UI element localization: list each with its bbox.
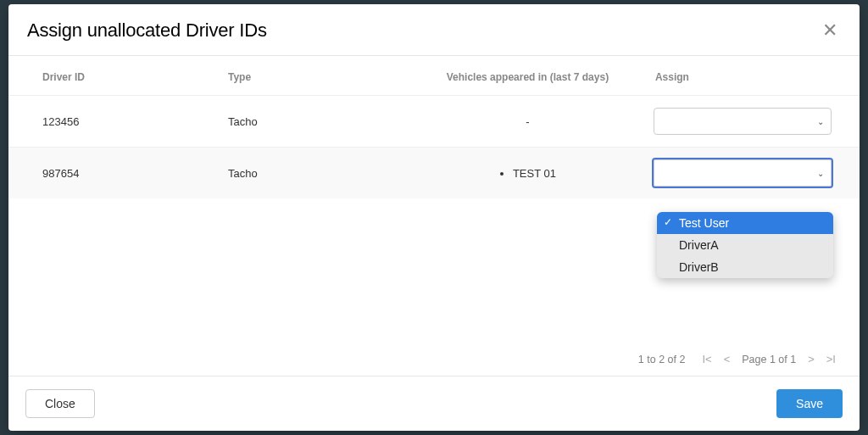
- cell-driver-id: 123456: [8, 96, 213, 148]
- dropdown-option[interactable]: DriverB: [657, 256, 833, 278]
- cell-vehicles: TEST 01: [417, 148, 638, 199]
- save-button[interactable]: Save: [776, 389, 843, 418]
- prev-page-icon[interactable]: <: [724, 353, 731, 365]
- chevron-down-icon: ⌄: [817, 117, 824, 126]
- cell-type: Tacho: [213, 96, 417, 148]
- dropdown-option[interactable]: DriverA: [657, 234, 833, 256]
- table-row: 123456 Tacho - ⌄: [8, 96, 860, 148]
- pagination-page: Page 1 of 1: [742, 354, 796, 365]
- column-header-driver-id: Driver ID: [8, 56, 213, 96]
- assign-driver-modal: Assign unallocated Driver IDs ✕ Driver I…: [8, 4, 860, 431]
- column-header-vehicles: Vehicles appeared in (last 7 days): [417, 56, 638, 96]
- chevron-down-icon: ⌄: [817, 169, 824, 178]
- drivers-table: Driver ID Type Vehicles appeared in (las…: [8, 56, 860, 198]
- assign-dropdown: Test User DriverA DriverB: [657, 212, 833, 278]
- column-header-type: Type: [213, 56, 417, 96]
- close-icon[interactable]: ✕: [819, 20, 841, 42]
- pagination: 1 to 2 of 2 I< < Page 1 of 1 > >I: [8, 343, 860, 376]
- assign-select[interactable]: ⌄: [654, 108, 832, 135]
- modal-title: Assign unallocated Driver IDs: [27, 20, 267, 42]
- vehicle-item: TEST 01: [513, 167, 556, 180]
- table-row: 987654 Tacho TEST 01 ⌄: [8, 148, 860, 199]
- dropdown-option[interactable]: Test User: [657, 212, 833, 234]
- next-page-icon[interactable]: >: [808, 353, 815, 365]
- column-header-assign: Assign: [638, 56, 860, 96]
- cell-type: Tacho: [213, 148, 417, 199]
- cell-driver-id: 987654: [8, 148, 213, 199]
- pagination-range: 1 to 2 of 2: [638, 354, 686, 365]
- modal-body: Driver ID Type Vehicles appeared in (las…: [8, 56, 860, 376]
- assign-select[interactable]: ⌄: [654, 159, 832, 187]
- close-button[interactable]: Close: [25, 389, 95, 418]
- modal-header: Assign unallocated Driver IDs ✕: [8, 4, 860, 56]
- first-page-icon[interactable]: I<: [702, 353, 711, 365]
- cell-vehicles: -: [417, 96, 638, 148]
- modal-footer: Close Save: [8, 376, 860, 431]
- last-page-icon[interactable]: >I: [826, 353, 836, 365]
